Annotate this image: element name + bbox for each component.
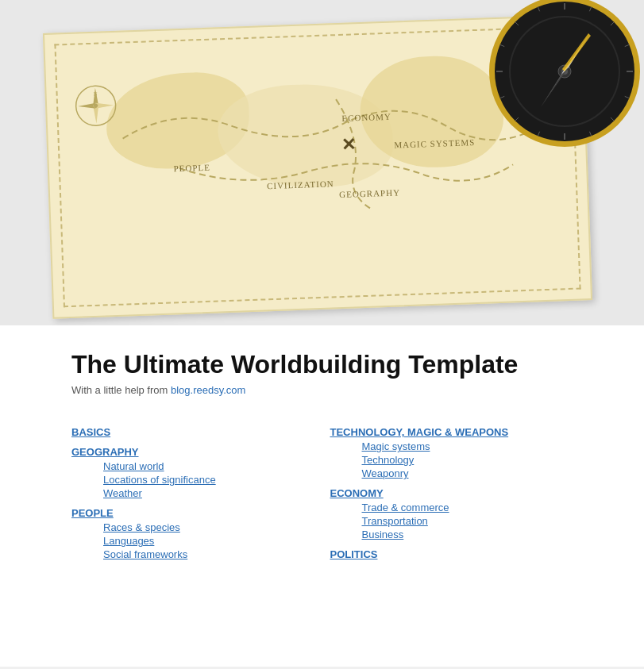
toc-trade[interactable]: Trade & commerce xyxy=(362,502,573,513)
toc-left: BASICS GEOGRAPHY Natural world Locations… xyxy=(71,418,314,563)
compass-rose-small: N xyxy=(73,83,118,129)
toc-locations[interactable]: Locations of significance xyxy=(103,474,314,486)
toc-tech[interactable]: Technology xyxy=(362,454,573,466)
toc-weather[interactable]: Weather xyxy=(103,487,314,499)
toc-business[interactable]: Business xyxy=(362,529,573,540)
table-of-contents: BASICS GEOGRAPHY Natural world Locations… xyxy=(71,418,573,563)
toc-natural-world[interactable]: Natural world xyxy=(103,460,314,472)
map-label-economy: ECONOMY xyxy=(341,112,391,123)
subtitle-text: With a little help from xyxy=(71,384,171,396)
toc-politics[interactable]: POLITICS xyxy=(330,548,573,560)
compass-big xyxy=(485,0,644,154)
map-label-people: PEOPLE xyxy=(173,163,210,174)
hero-section: ✕ N PEOPLE CIVILIZATION ECONOMY MAGIC SY… xyxy=(0,0,644,325)
toc-languages[interactable]: Languages xyxy=(103,535,314,547)
toc-right: TECHNOLOGY, MAGIC & WEAPONS Magic system… xyxy=(330,418,573,563)
toc-technology[interactable]: TECHNOLOGY, MAGIC & WEAPONS xyxy=(330,426,573,438)
toc-races[interactable]: Races & species xyxy=(103,521,314,533)
map-x-mark: ✕ xyxy=(341,134,357,156)
subtitle-link[interactable]: blog.reedsy.com xyxy=(171,384,245,396)
page-title: The Ultimate Worldbuilding Template xyxy=(71,349,573,379)
toc-transportation[interactable]: Transportation xyxy=(362,515,573,527)
compass-svg xyxy=(485,0,644,151)
toc-social[interactable]: Social frameworks xyxy=(103,548,314,560)
toc-economy[interactable]: ECONOMY xyxy=(330,487,573,499)
toc-magic-systems[interactable]: Magic systems xyxy=(362,440,573,452)
svg-marker-4 xyxy=(78,103,96,110)
subtitle: With a little help from blog.reedsy.com xyxy=(71,384,573,396)
toc-people[interactable]: PEOPLE xyxy=(71,507,314,519)
toc-geography[interactable]: GEOGRAPHY xyxy=(71,446,314,458)
toc-weaponry[interactable]: Weaponry xyxy=(362,467,573,479)
content-section: The Ultimate Worldbuilding Template With… xyxy=(0,325,644,667)
svg-text:N: N xyxy=(94,91,98,98)
toc-basics[interactable]: BASICS xyxy=(71,426,314,438)
svg-marker-5 xyxy=(96,102,114,109)
